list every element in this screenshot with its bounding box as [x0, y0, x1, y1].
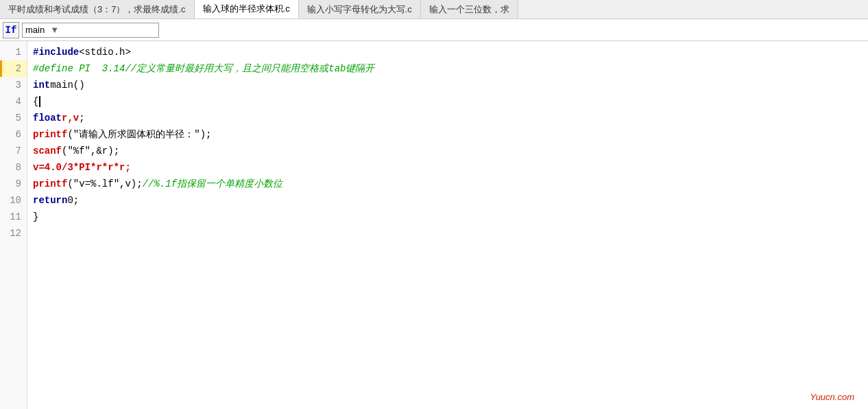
- code-line-11: }: [33, 209, 868, 225]
- code-line-4: {: [33, 93, 868, 110]
- code-line-9: printf("v=%.lf",v);//%.1f指保留一个单精度小数位: [33, 176, 868, 192]
- editor-area: 123456789101112 #include <stdio.h>#defin…: [0, 41, 868, 409]
- code-line-1: #include <stdio.h>: [33, 44, 868, 60]
- line-number-11: 11: [0, 209, 27, 225]
- line-number-1: 1: [0, 44, 27, 60]
- tab-3-label: 输入小写字母转化为大写.c: [307, 3, 412, 16]
- line-number-4: 4: [0, 93, 27, 110]
- line-number-2: 2: [0, 60, 27, 77]
- tab-2[interactable]: 输入球的半径求体积.c: [195, 0, 299, 19]
- line-number-6: 6: [0, 126, 27, 143]
- code-line-7: scanf("%f",&r);: [33, 143, 868, 159]
- tab-3[interactable]: 输入小写字母转化为大写.c: [299, 0, 421, 19]
- tab-bar: 平时成绩和考试成绩（3：7），求最终成绩.c 输入球的半径求体积.c 输入小写字…: [0, 0, 868, 19]
- code-line-12: [33, 225, 868, 242]
- tab-1[interactable]: 平时成绩和考试成绩（3：7），求最终成绩.c: [0, 0, 195, 19]
- line-number-10: 10: [0, 192, 27, 209]
- code-area[interactable]: #include <stdio.h>#define PI 3.14//定义常量时…: [27, 41, 868, 409]
- line-number-7: 7: [0, 143, 27, 159]
- code-line-8: v=4.0/3*PI*r*r*r;: [33, 159, 868, 176]
- code-line-10: return 0;: [33, 192, 868, 209]
- tab-4[interactable]: 输入一个三位数，求: [421, 0, 518, 19]
- line-numbers: 123456789101112: [0, 41, 27, 409]
- tab-1-label: 平时成绩和考试成绩（3：7），求最终成绩.c: [8, 3, 186, 16]
- code-line-3: int main(): [33, 77, 868, 93]
- tab-2-label: 输入球的半径求体积.c: [203, 3, 290, 15]
- function-select[interactable]: main ▼: [22, 23, 159, 38]
- line-number-8: 8: [0, 159, 27, 176]
- code-line-2: #define PI 3.14//定义常量时最好用大写，且之间只能用空格或tab…: [33, 60, 868, 77]
- function-select-value: main: [25, 25, 45, 35]
- tab-4-label: 输入一个三位数，求: [429, 3, 509, 16]
- code-line-5: float r,v;: [33, 110, 868, 126]
- watermark: Yuucn.com: [810, 392, 854, 402]
- chevron-down-icon: ▼: [50, 25, 59, 35]
- toolbar: If main ▼: [0, 19, 868, 41]
- line-number-12: 12: [0, 225, 27, 242]
- line-number-9: 9: [0, 176, 27, 192]
- line-number-3: 3: [0, 77, 27, 93]
- code-line-6: printf("请输入所求圆体积的半径：");: [33, 126, 868, 143]
- toolbar-icon: If: [3, 22, 19, 38]
- line-number-5: 5: [0, 110, 27, 126]
- toolbar-icon-label: If: [5, 25, 17, 36]
